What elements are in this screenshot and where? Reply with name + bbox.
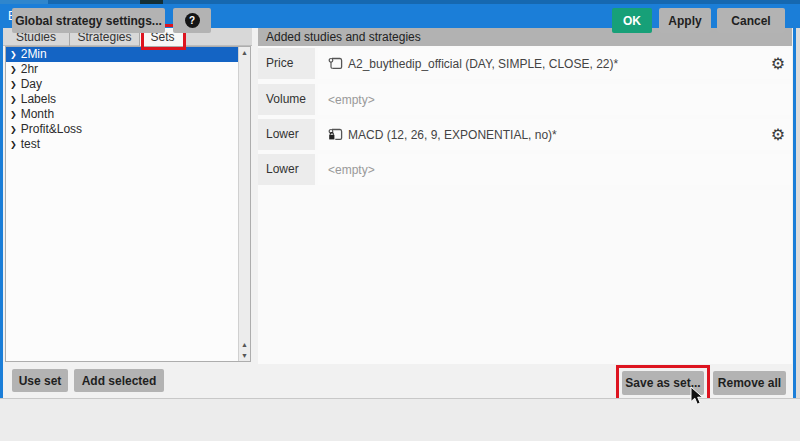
chevron-right-icon: ❯ — [10, 50, 17, 59]
scroll-down-icon[interactable]: ▼ — [239, 352, 250, 359]
edit-studies-dialog: Edit Studies and Strategies ✕ Studies St… — [0, 0, 800, 441]
use-set-button[interactable]: Use set — [12, 369, 68, 392]
chevron-right-icon: ❯ — [10, 65, 17, 74]
apply-button[interactable]: Apply — [659, 8, 711, 33]
sets-tree-list: ❯2Min ❯2hr ❯Day ❯Labels ❯Month ❯Profit&L… — [5, 46, 251, 362]
added-studies-header: Added studies and strategies — [258, 28, 792, 46]
chevron-right-icon: ❯ — [10, 110, 17, 119]
scroll-up-icon[interactable]: ▲ — [239, 49, 250, 56]
study-row-lower-empty[interactable]: Lower <empty> — [258, 154, 792, 185]
empty-slot-text: <empty> — [328, 163, 375, 177]
window-border-edge — [796, 28, 800, 441]
row-slot-label: Lower — [258, 154, 315, 185]
tree-item-month[interactable]: ❯Month — [6, 107, 250, 122]
save-as-set-button[interactable]: Save as set... — [622, 371, 704, 395]
gear-icon[interactable]: ⚙ — [771, 48, 785, 79]
gear-icon[interactable]: ⚙ — [771, 119, 785, 150]
tree-item-label: Day — [21, 77, 42, 91]
tree-item-test[interactable]: ❯test — [6, 137, 250, 152]
study-name: MACD (12, 26, 9, EXPONENTIAL, no)* — [348, 128, 557, 142]
empty-slot-text: <empty> — [328, 93, 375, 107]
row-slot-label: Volume — [258, 84, 315, 115]
scroll-up-icon[interactable]: ▲ — [239, 341, 250, 348]
study-row-lower-macd[interactable]: Lower MACD (12, 26, 9, EXPONENTIAL, no)*… — [258, 119, 792, 150]
locked-script-icon — [328, 128, 343, 141]
row-slot-label: Price — [258, 48, 315, 79]
help-button[interactable]: ? — [173, 8, 211, 33]
study-row-volume[interactable]: Volume <empty> — [258, 84, 792, 115]
tree-item-labels[interactable]: ❯Labels — [6, 92, 250, 107]
tree-item-profitloss[interactable]: ❯Profit&Loss — [6, 122, 250, 137]
row-slot-label: Lower — [258, 119, 315, 150]
study-name: A2_buythedip_official (DAY, SIMPLE, CLOS… — [348, 57, 618, 71]
tree-item-label: test — [21, 137, 40, 151]
tree-item-label: 2hr — [21, 62, 38, 76]
global-strategy-settings-button[interactable]: Global strategy settings... — [12, 8, 165, 33]
tree-item-label: Profit&Loss — [21, 122, 82, 136]
tree-item-label: 2Min — [21, 47, 47, 61]
cancel-button[interactable]: Cancel — [717, 8, 785, 33]
tree-item-label: Month — [21, 107, 54, 121]
chevron-right-icon: ❯ — [10, 95, 17, 104]
tree-item-2min[interactable]: ❯2Min — [6, 47, 238, 62]
chevron-right-icon: ❯ — [10, 80, 17, 89]
tree-item-2hr[interactable]: ❯2hr — [6, 62, 250, 77]
remove-all-button[interactable]: Remove all — [713, 371, 786, 395]
chevron-right-icon: ❯ — [10, 140, 17, 149]
tree-item-label: Labels — [21, 92, 56, 106]
help-icon: ? — [185, 13, 200, 28]
window-border-left — [0, 28, 3, 441]
tree-item-day[interactable]: ❯Day — [6, 77, 250, 92]
add-selected-button[interactable]: Add selected — [74, 369, 164, 392]
list-scrollbar[interactable]: ▲ ▲ ▼ — [238, 47, 250, 361]
study-row-price[interactable]: Price A2_buythedip_official (DAY, SIMPLE… — [258, 48, 792, 79]
footer-bar — [0, 399, 800, 441]
script-icon — [328, 57, 343, 70]
chevron-right-icon: ❯ — [10, 125, 17, 134]
ok-button[interactable]: OK — [612, 8, 652, 33]
